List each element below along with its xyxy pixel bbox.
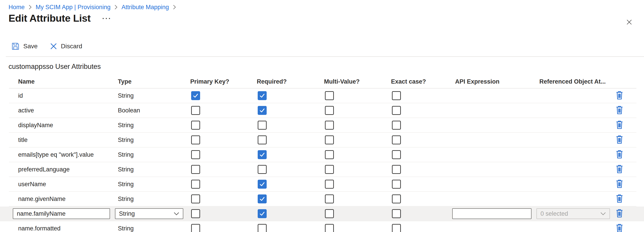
multi-value-cell bbox=[324, 91, 391, 100]
required-checkbox[interactable] bbox=[258, 91, 267, 100]
primary-key-checkbox[interactable] bbox=[191, 106, 200, 115]
section-heading: customappsso User Attributes bbox=[8, 63, 101, 71]
exact-case-checkbox[interactable] bbox=[392, 180, 401, 189]
required-cell bbox=[257, 91, 324, 100]
table-row[interactable]: name.givenNameString bbox=[9, 192, 636, 207]
multi-value-cell bbox=[324, 194, 391, 203]
primary-key-checkbox[interactable] bbox=[191, 224, 200, 232]
more-menu-button[interactable]: ··· bbox=[102, 15, 112, 24]
exact-case-cell bbox=[391, 91, 455, 100]
required-checkbox[interactable] bbox=[258, 121, 267, 130]
multi-value-checkbox[interactable] bbox=[325, 150, 334, 159]
primary-key-checkbox[interactable] bbox=[191, 150, 200, 159]
save-icon bbox=[11, 42, 20, 50]
required-cell bbox=[257, 224, 324, 232]
attribute-type-select[interactable]: String bbox=[115, 208, 183, 219]
primary-key-cell bbox=[190, 165, 257, 174]
save-button[interactable]: Save bbox=[11, 42, 38, 50]
table-row-editing[interactable]: String0 selected bbox=[0, 207, 644, 221]
attribute-name-input[interactable] bbox=[13, 208, 110, 219]
table-row[interactable]: displayNameString bbox=[9, 118, 636, 133]
exact-case-checkbox[interactable] bbox=[392, 121, 401, 130]
primary-key-checkbox[interactable] bbox=[191, 121, 200, 130]
required-checkbox[interactable] bbox=[258, 150, 267, 159]
required-checkbox[interactable] bbox=[258, 106, 267, 115]
delete-row-button[interactable] bbox=[615, 91, 624, 101]
table-row[interactable]: emails[type eq "work"].valueString bbox=[9, 147, 636, 162]
table-row[interactable]: userNameString bbox=[9, 177, 636, 192]
primary-key-checkbox[interactable] bbox=[191, 135, 200, 144]
delete-row-button[interactable] bbox=[615, 106, 624, 115]
breadcrumb-provisioning-link[interactable]: My SCIM App | Provisioning bbox=[36, 3, 110, 11]
attribute-name: name.formatted bbox=[9, 225, 118, 232]
column-header-required: Required? bbox=[257, 78, 324, 85]
multi-value-checkbox[interactable] bbox=[325, 91, 334, 100]
primary-key-checkbox[interactable] bbox=[191, 165, 200, 174]
exact-case-cell bbox=[391, 165, 455, 174]
multi-value-checkbox[interactable] bbox=[325, 194, 334, 203]
exact-case-cell bbox=[391, 209, 455, 218]
delete-row-button[interactable] bbox=[615, 164, 624, 174]
primary-key-cell bbox=[190, 224, 257, 232]
delete-row-button[interactable] bbox=[615, 150, 624, 160]
exact-case-checkbox[interactable] bbox=[392, 106, 401, 115]
delete-row-button[interactable] bbox=[615, 224, 624, 232]
delete-row-button[interactable] bbox=[615, 135, 624, 145]
required-checkbox[interactable] bbox=[258, 180, 267, 189]
exact-case-checkbox[interactable] bbox=[392, 135, 401, 144]
multi-value-checkbox[interactable] bbox=[325, 209, 334, 218]
delete-row-button[interactable] bbox=[615, 179, 624, 189]
attribute-type: String bbox=[118, 225, 190, 232]
required-checkbox[interactable] bbox=[258, 194, 267, 203]
delete-row-button[interactable] bbox=[615, 209, 624, 219]
required-checkbox[interactable] bbox=[258, 135, 267, 144]
primary-key-cell bbox=[190, 106, 257, 115]
breadcrumb-attribute-mapping-link[interactable]: Attribute Mapping bbox=[122, 3, 169, 11]
attribute-type: String bbox=[118, 181, 190, 188]
exact-case-checkbox[interactable] bbox=[392, 150, 401, 159]
table-row[interactable]: name.formattedString bbox=[9, 221, 636, 232]
discard-button[interactable]: Discard bbox=[50, 42, 82, 50]
exact-case-cell bbox=[391, 224, 455, 232]
referenced-object-select[interactable]: 0 selected bbox=[536, 208, 610, 219]
attribute-type: String bbox=[118, 151, 190, 158]
breadcrumb-home-link[interactable]: Home bbox=[8, 3, 25, 11]
trash-icon bbox=[615, 106, 624, 115]
primary-key-cell bbox=[190, 121, 257, 130]
delete-row-button[interactable] bbox=[615, 194, 624, 204]
multi-value-checkbox[interactable] bbox=[325, 121, 334, 130]
table-row[interactable]: titleString bbox=[9, 133, 636, 147]
primary-key-cell bbox=[190, 209, 257, 218]
exact-case-checkbox[interactable] bbox=[392, 224, 401, 232]
column-header-exact-case: Exact case? bbox=[391, 78, 455, 85]
api-expression-input[interactable] bbox=[452, 208, 532, 219]
primary-key-checkbox[interactable] bbox=[191, 209, 200, 218]
check-icon bbox=[192, 92, 199, 99]
multi-value-cell bbox=[324, 121, 391, 130]
table-row[interactable]: preferredLanguageString bbox=[9, 162, 636, 177]
table-row[interactable]: activeBoolean bbox=[9, 103, 636, 118]
primary-key-cell bbox=[190, 91, 257, 100]
attribute-type: String bbox=[118, 136, 190, 143]
delete-row-button[interactable] bbox=[615, 120, 624, 130]
close-button[interactable] bbox=[625, 18, 634, 27]
exact-case-checkbox[interactable] bbox=[392, 165, 401, 174]
exact-case-checkbox[interactable] bbox=[392, 209, 401, 218]
exact-case-checkbox[interactable] bbox=[392, 91, 401, 100]
multi-value-cell bbox=[324, 209, 391, 218]
multi-value-checkbox[interactable] bbox=[325, 224, 334, 232]
primary-key-checkbox[interactable] bbox=[191, 91, 200, 100]
required-checkbox[interactable] bbox=[258, 224, 267, 232]
required-checkbox[interactable] bbox=[258, 165, 267, 174]
primary-key-checkbox[interactable] bbox=[191, 194, 200, 203]
primary-key-checkbox[interactable] bbox=[191, 180, 200, 189]
table-row[interactable]: idString bbox=[9, 89, 636, 103]
multi-value-checkbox[interactable] bbox=[325, 165, 334, 174]
multi-value-checkbox[interactable] bbox=[325, 135, 334, 144]
actions-cell bbox=[610, 224, 636, 232]
exact-case-cell bbox=[391, 135, 455, 144]
exact-case-checkbox[interactable] bbox=[392, 194, 401, 203]
multi-value-checkbox[interactable] bbox=[325, 106, 334, 115]
required-checkbox[interactable] bbox=[258, 209, 267, 218]
multi-value-checkbox[interactable] bbox=[325, 180, 334, 189]
